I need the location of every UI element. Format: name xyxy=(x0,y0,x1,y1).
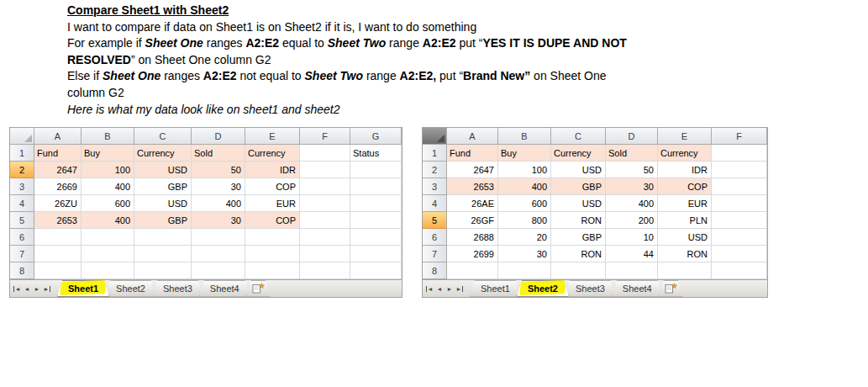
cell-b1[interactable]: Buy xyxy=(82,145,134,162)
cell-g3[interactable] xyxy=(350,178,402,195)
cell-b5[interactable]: 800 xyxy=(498,212,551,229)
column-header-a[interactable]: A xyxy=(34,128,82,145)
cell-f5[interactable] xyxy=(712,212,767,229)
cell-e5[interactable]: COP xyxy=(245,212,300,229)
cell-b4[interactable]: 600 xyxy=(498,195,551,212)
cell-f8[interactable] xyxy=(712,262,767,279)
cell-e7[interactable]: RON xyxy=(658,246,712,262)
row-header-8[interactable]: 8 xyxy=(423,262,447,279)
row-header-4[interactable]: 4 xyxy=(10,195,34,212)
cell-d7[interactable] xyxy=(192,246,245,262)
cell-b7[interactable] xyxy=(82,246,134,262)
cell-f8[interactable] xyxy=(300,262,350,279)
cell-c8[interactable] xyxy=(134,262,192,279)
cell-d6[interactable] xyxy=(192,229,245,246)
cell-d4[interactable]: 400 xyxy=(606,195,658,212)
row-header-6[interactable]: 6 xyxy=(423,229,447,246)
cell-b1[interactable]: Buy xyxy=(498,145,551,162)
cell-f2[interactable] xyxy=(712,162,767,178)
row-header-2[interactable]: 2 xyxy=(423,162,447,178)
cell-c6[interactable] xyxy=(134,229,192,246)
row-header-1[interactable]: 1 xyxy=(10,145,34,162)
cell-d7[interactable]: 44 xyxy=(606,246,658,262)
column-header-d[interactable]: D xyxy=(606,128,658,145)
cell-d2[interactable]: 50 xyxy=(192,162,245,178)
cell-g2[interactable] xyxy=(350,162,402,178)
cell-d2[interactable]: 50 xyxy=(606,162,658,178)
column-header-e[interactable]: E xyxy=(658,128,712,145)
row-header-6[interactable]: 6 xyxy=(10,229,34,246)
cell-a3[interactable]: 2669 xyxy=(34,178,82,195)
cell-a6[interactable]: 2688 xyxy=(447,229,498,246)
sheet-tab-sheet1[interactable]: Sheet1 xyxy=(470,280,521,297)
cell-e4[interactable]: EUR xyxy=(658,195,712,212)
cell-g4[interactable] xyxy=(350,195,402,212)
sheet-tab-sheet4[interactable]: Sheet4 xyxy=(612,280,663,297)
sheet-tab-sheet3[interactable]: Sheet3 xyxy=(152,280,203,297)
cell-a7[interactable] xyxy=(34,246,82,262)
select-all-corner[interactable] xyxy=(423,128,447,145)
cell-e2[interactable]: IDR xyxy=(658,162,712,178)
row-header-7[interactable]: 7 xyxy=(423,246,447,262)
cell-b4[interactable]: 600 xyxy=(82,195,134,212)
cell-e3[interactable]: COP xyxy=(245,178,300,195)
cell-b6[interactable] xyxy=(82,229,134,246)
cell-e7[interactable] xyxy=(245,246,300,262)
sheet-tab-sheet2[interactable]: Sheet2 xyxy=(517,280,569,297)
column-header-c[interactable]: C xyxy=(551,128,606,145)
cell-d6[interactable]: 10 xyxy=(606,229,658,246)
row-header-1[interactable]: 1 xyxy=(423,145,447,162)
cell-f5[interactable] xyxy=(300,212,350,229)
cell-a1[interactable]: Fund xyxy=(447,145,498,162)
cell-a8[interactable] xyxy=(34,262,82,279)
cell-a4[interactable]: 26AE xyxy=(447,195,498,212)
cell-d4[interactable]: 400 xyxy=(192,195,245,212)
cell-f1[interactable] xyxy=(712,145,767,162)
cell-d1[interactable]: Sold xyxy=(192,145,245,162)
cell-e6[interactable]: USD xyxy=(658,229,712,246)
column-header-d[interactable]: D xyxy=(192,128,245,145)
cell-d8[interactable] xyxy=(606,262,658,279)
cell-g5[interactable] xyxy=(350,212,402,229)
sheet-tab-sheet1[interactable]: Sheet1 xyxy=(57,280,109,297)
cell-f7[interactable] xyxy=(712,246,767,262)
cell-e1[interactable]: Currency xyxy=(658,145,712,162)
cell-c2[interactable]: USD xyxy=(551,162,606,178)
insert-worksheet-tab[interactable] xyxy=(659,280,683,297)
cell-e3[interactable]: COP xyxy=(658,178,712,195)
column-header-f[interactable]: F xyxy=(712,128,767,145)
cell-f2[interactable] xyxy=(300,162,350,178)
cell-f3[interactable] xyxy=(712,178,767,195)
cell-e1[interactable]: Currency xyxy=(245,145,300,162)
cell-b2[interactable]: 100 xyxy=(498,162,551,178)
cell-b3[interactable]: 400 xyxy=(82,178,134,195)
cell-a1[interactable]: Fund xyxy=(34,145,82,162)
cell-b2[interactable]: 100 xyxy=(82,162,134,178)
row-header-7[interactable]: 7 xyxy=(10,246,34,262)
cell-g6[interactable] xyxy=(350,229,402,246)
cell-d5[interactable]: 200 xyxy=(606,212,658,229)
column-header-b[interactable]: B xyxy=(82,128,134,145)
column-header-g[interactable]: G xyxy=(350,128,402,145)
cell-c5[interactable]: GBP xyxy=(134,212,192,229)
column-header-a[interactable]: A xyxy=(447,128,498,145)
cell-e5[interactable]: PLN xyxy=(658,212,712,229)
insert-worksheet-tab[interactable] xyxy=(246,280,271,297)
cell-a5[interactable]: 2653 xyxy=(34,212,82,229)
column-header-c[interactable]: C xyxy=(134,128,192,145)
cell-f4[interactable] xyxy=(712,195,767,212)
cell-a6[interactable] xyxy=(34,229,82,246)
cell-d5[interactable]: 30 xyxy=(192,212,245,229)
cell-f1[interactable] xyxy=(300,145,350,162)
cell-b8[interactable] xyxy=(498,262,551,279)
cell-c4[interactable]: USD xyxy=(134,195,192,212)
column-header-f[interactable]: F xyxy=(300,128,350,145)
row-header-5[interactable]: 5 xyxy=(10,212,34,229)
cell-g8[interactable] xyxy=(350,262,402,279)
cell-a3[interactable]: 2653 xyxy=(447,178,498,195)
cell-b6[interactable]: 20 xyxy=(498,229,551,246)
column-header-e[interactable]: E xyxy=(245,128,300,145)
cell-a8[interactable] xyxy=(447,262,498,279)
sheet-tab-sheet2[interactable]: Sheet2 xyxy=(105,280,156,297)
cell-d1[interactable]: Sold xyxy=(606,145,658,162)
